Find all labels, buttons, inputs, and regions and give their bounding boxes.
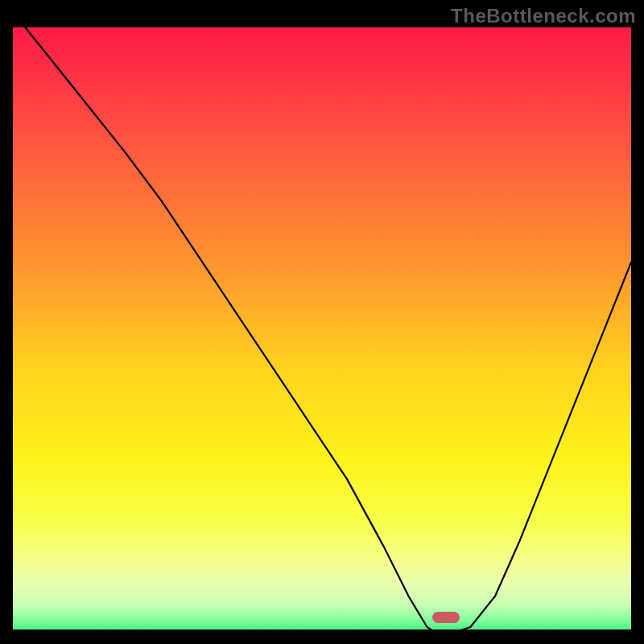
watermark-text: TheBottleneck.com [451, 5, 636, 27]
optimal-marker [432, 612, 460, 623]
plot-area [13, 27, 631, 630]
chart-frame: TheBottleneck.com [0, 0, 644, 644]
bottleneck-curve [13, 27, 631, 630]
